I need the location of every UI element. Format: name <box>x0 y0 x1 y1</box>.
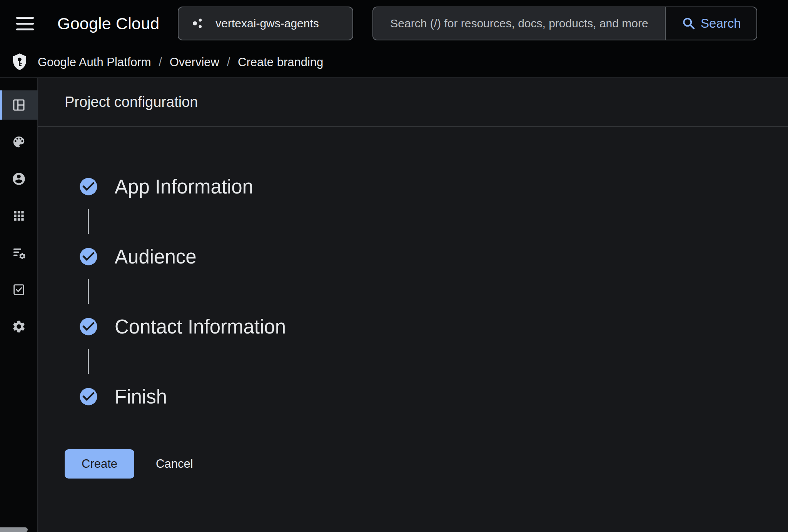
step-completed-check-icon <box>78 316 99 337</box>
auth-platform-shield-icon <box>10 53 29 72</box>
step-label: Finish <box>115 385 167 408</box>
search-button-label: Search <box>701 16 741 31</box>
search-box: Search <box>372 7 757 40</box>
sidebar-item-branding[interactable] <box>0 127 38 157</box>
scrollbar-thumb[interactable] <box>0 527 28 532</box>
verification-checkbox-icon <box>12 282 26 297</box>
main-content: Project configuration App Information Au… <box>38 78 788 532</box>
step-audience[interactable]: Audience <box>78 246 286 267</box>
step-finish[interactable]: Finish <box>78 386 286 407</box>
main-menu-button[interactable] <box>16 15 36 32</box>
step-contact-information[interactable]: Contact Information <box>78 316 286 337</box>
project-selector-label: vertexai-gws-agents <box>215 17 319 30</box>
stepper: App Information Audience Contact Informa… <box>78 176 286 407</box>
breadcrumb-item-overview[interactable]: Overview <box>170 55 219 69</box>
breadcrumb-item-create-branding: Create branding <box>238 55 323 69</box>
project-selector[interactable]: vertexai-gws-agents <box>178 7 353 40</box>
step-completed-check-icon <box>78 246 99 267</box>
search-icon <box>681 16 696 31</box>
step-app-information[interactable]: App Information <box>78 176 286 197</box>
title-divider <box>38 126 788 127</box>
google-cloud-logo[interactable]: Google Cloud <box>57 14 159 33</box>
hamburger-icon <box>16 17 34 19</box>
project-switcher-icon <box>190 16 205 31</box>
page-title: Project configuration <box>65 94 198 110</box>
form-actions: Create Cancel <box>65 449 193 479</box>
step-connector <box>88 209 89 234</box>
overview-dashboard-icon <box>12 98 26 112</box>
step-connector <box>88 279 89 304</box>
settings-gear-icon <box>12 319 26 334</box>
search-button[interactable]: Search <box>665 7 756 40</box>
cancel-button[interactable]: Cancel <box>156 457 193 471</box>
step-completed-check-icon <box>78 386 99 407</box>
sidebar-item-audience[interactable] <box>0 164 38 193</box>
data-access-list-gear-icon <box>12 245 26 260</box>
step-label: Contact Information <box>115 315 286 338</box>
audience-person-icon <box>12 172 26 186</box>
breadcrumb: Google Auth Platform / Overview / Create… <box>0 47 788 78</box>
sidebar-item-data-access[interactable] <box>0 238 38 267</box>
sidebar-item-overview[interactable] <box>0 90 38 120</box>
create-button[interactable]: Create <box>65 449 134 479</box>
gcp-console: Google Cloud vertexai-gws-agents Search <box>0 0 788 532</box>
step-label: Audience <box>115 245 197 268</box>
step-label: App Information <box>115 175 253 198</box>
clients-apps-grid-icon <box>12 208 26 223</box>
search-input[interactable] <box>373 7 665 40</box>
top-app-bar: Google Cloud vertexai-gws-agents Search <box>0 0 788 47</box>
branding-palette-icon <box>12 135 26 149</box>
step-connector <box>88 349 89 374</box>
step-completed-check-icon <box>78 176 99 197</box>
breadcrumb-separator: / <box>227 56 230 68</box>
sidebar-item-settings[interactable] <box>0 312 38 341</box>
sidebar-item-clients[interactable] <box>0 201 38 230</box>
breadcrumb-separator: / <box>159 56 162 68</box>
sidebar-item-verification[interactable] <box>0 275 38 304</box>
sidebar-nav <box>0 78 38 532</box>
breadcrumb-item-auth-platform[interactable]: Google Auth Platform <box>38 55 151 69</box>
